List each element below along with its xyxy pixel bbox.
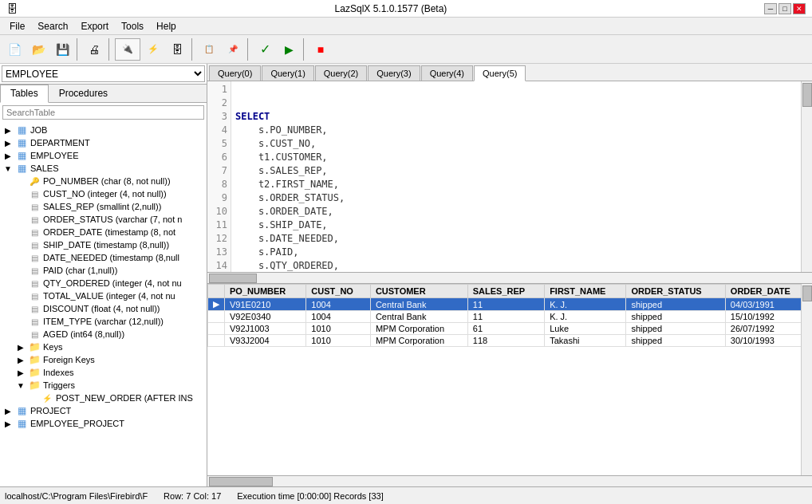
stop-button[interactable]: ■ [309, 38, 332, 61]
editor-vscrollbar[interactable] [801, 81, 812, 272]
run-button[interactable]: ▶ [278, 38, 300, 61]
cell-sales-rep: 118 [467, 335, 544, 347]
tab-procedures[interactable]: Procedures [49, 85, 118, 102]
expand-icon[interactable]: ▶ [2, 152, 14, 160]
tree-item-order-status[interactable]: ▤ ORDER_STATUS (varchar (7, not n [14, 213, 205, 226]
col-po-number[interactable]: PO_NUMBER [225, 285, 306, 298]
tree-item-date-needed[interactable]: ▤ DATE_NEEDED (timestamp (8,null [14, 251, 205, 264]
field-icon: ▤ [27, 329, 41, 340]
expand-icon[interactable]: ▶ [14, 368, 27, 377]
query-tab-2[interactable]: Query(2) [315, 65, 367, 81]
tree-item-foreign-keys[interactable]: ▶ 📁 Foreign Keys [14, 353, 205, 366]
query-tab-1[interactable]: Query(1) [262, 65, 313, 81]
table-row[interactable]: V92E0340 1004 Central Bank 11 K. J. ship… [208, 311, 812, 323]
menu-file[interactable]: File [3, 19, 31, 33]
field-icon: ▤ [27, 290, 41, 301]
menu-export[interactable]: Export [74, 19, 115, 33]
tree-item-ship-date[interactable]: ▤ SHIP_DATE (timestamp (8,null)) [14, 238, 205, 251]
expand-icon[interactable]: ▶ [2, 419, 14, 428]
tree-item-post-new-order[interactable]: ⚡ POST_NEW_ORDER (AFTER INS [27, 392, 205, 404]
table-row[interactable]: V92J1003 1010 MPM Corporation 61 Luke sh… [208, 323, 812, 335]
disconnect-button[interactable]: ⚡ [142, 38, 164, 61]
titlebar: 🗄 LazSqlX 5.1.0.1577 (Beta) ─ □ ✕ [0, 0, 812, 18]
print-button[interactable]: 🖨 [83, 38, 105, 61]
open-button[interactable]: 📂 [27, 38, 49, 61]
menu-help[interactable]: Help [150, 19, 183, 33]
sql-editor[interactable]: 12345678910111213141516171819202122 SELE… [207, 81, 812, 273]
tree-item-cust-no[interactable]: ▤ CUST_NO (integer (4, not null)) [14, 187, 205, 200]
expand-icon[interactable]: ▼ [2, 164, 14, 173]
tree-item-keys[interactable]: ▶ 📁 Keys [14, 341, 205, 353]
field-icon: ▤ [27, 188, 41, 199]
results-vscrollbar[interactable] [801, 284, 812, 475]
tree-item-employee-project[interactable]: ▶ ▦ EMPLOYEE_PROJECT [2, 417, 205, 430]
toolbar-sep3 [191, 38, 195, 61]
statusbar: localhost/C:\Program Files\Firebird\F Ro… [0, 486, 812, 504]
expand-icon[interactable]: ▶ [14, 356, 27, 364]
expand-icon[interactable]: ▼ [14, 381, 27, 390]
query-tab-0[interactable]: Query(0) [209, 65, 261, 81]
tree-label: DEPARTMENT [30, 138, 90, 148]
paste-button[interactable]: 📌 [222, 38, 244, 61]
table-row[interactable]: ▶ V91E0210 1004 Central Bank 11 K. J. sh… [208, 298, 812, 311]
maximize-button[interactable]: □ [778, 3, 791, 14]
col-sales-rep[interactable]: SALES_REP [467, 285, 544, 298]
query-tab-3[interactable]: Query(3) [368, 65, 420, 81]
new-button[interactable]: 📄 [3, 38, 26, 61]
tree-item-project[interactable]: ▶ ▦ PROJECT [2, 404, 205, 417]
query-tabs: Query(0) Query(1) Query(2) Query(3) Quer… [207, 64, 812, 81]
tree-item-sales[interactable]: ▼ ▦ SALES [2, 162, 205, 175]
col-order-status[interactable]: ORDER_STATUS [626, 285, 725, 298]
cell-po-number: V91E0210 [225, 298, 306, 311]
tree-label: SALES [30, 163, 58, 173]
tree-label: ORDER_DATE (timestamp (8, not [43, 227, 175, 237]
results-hscrollbar[interactable] [207, 475, 812, 486]
search-table-input[interactable] [2, 105, 204, 120]
col-customer[interactable]: CUSTOMER [370, 285, 467, 298]
tree-item-item-type[interactable]: ▤ ITEM_TYPE (varchar (12,null)) [14, 315, 205, 328]
cell-sales-rep: 11 [467, 298, 544, 311]
col-cust-no[interactable]: CUST_NO [306, 285, 371, 298]
tab-tables[interactable]: Tables [0, 85, 49, 103]
col-order-date[interactable]: ORDER_DATE [725, 285, 811, 298]
tree-item-order-date[interactable]: ▤ ORDER_DATE (timestamp (8, not [14, 226, 205, 238]
connect-button[interactable]: 🔌 [115, 38, 140, 61]
table-row[interactable]: V93J2004 1010 MPM Corporation 118 Takash… [208, 335, 812, 347]
tree-item-aged[interactable]: ▤ AGED (int64 (8,null)) [14, 328, 205, 341]
key-icon: 🔑 [27, 175, 41, 187]
tree-item-discount[interactable]: ▤ DISCOUNT (float (4, not null)) [14, 302, 205, 315]
expand-icon[interactable]: ▶ [2, 407, 14, 415]
db-button[interactable]: 🗄 [166, 38, 188, 61]
tree-item-department[interactable]: ▶ ▦ DEPARTMENT [2, 136, 205, 149]
tree-item-employee[interactable]: ▶ ▦ EMPLOYEE [2, 149, 205, 162]
tree-item-qty-ordered[interactable]: ▤ QTY_ORDERED (integer (4, not nu [14, 277, 205, 289]
expand-icon[interactable]: ▶ [14, 343, 27, 352]
copy-button[interactable]: 📋 [198, 38, 220, 61]
results-panel: PO_NUMBER CUST_NO CUSTOMER SALES_REP FIR… [207, 284, 812, 475]
tree-item-job[interactable]: ▶ ▦ JOB [2, 124, 205, 136]
table-icon: ▦ [14, 163, 29, 174]
row-arrow: ▶ [208, 298, 225, 311]
tree-item-paid[interactable]: ▤ PAID (char (1,null)) [14, 264, 205, 277]
expand-icon[interactable]: ▶ [2, 126, 14, 135]
query-tab-5[interactable]: Query(5) [474, 65, 526, 81]
toolbar-sep5 [303, 38, 306, 61]
editor-hscrollbar[interactable] [207, 273, 812, 284]
query-tab-4[interactable]: Query(4) [421, 65, 473, 81]
tree-item-triggers[interactable]: ▼ 📁 Triggers [14, 379, 205, 392]
menu-tools[interactable]: Tools [115, 19, 150, 33]
save-button[interactable]: 💾 [51, 38, 73, 61]
minimize-button[interactable]: ─ [764, 3, 777, 14]
tree-item-po-number[interactable]: 🔑 PO_NUMBER (char (8, not null)) [14, 175, 205, 187]
tree-item-indexes[interactable]: ▶ 📁 Indexes [14, 366, 205, 379]
check-button[interactable]: ✓ [254, 38, 276, 61]
col-first-name[interactable]: FIRST_NAME [545, 285, 626, 298]
database-select[interactable]: EMPLOYEE [2, 65, 205, 82]
tree-item-total-value[interactable]: ▤ TOTAL_VALUE (integer (4, not nu [14, 289, 205, 302]
cell-order-status: shipped [626, 298, 725, 311]
sql-code[interactable]: SELECT s.PO_NUMBER, s.CUST_NO, t1.CUSTOM… [232, 81, 801, 272]
close-button[interactable]: ✕ [793, 3, 806, 14]
expand-icon[interactable]: ▶ [2, 139, 14, 148]
menu-search[interactable]: Search [31, 19, 74, 33]
tree-item-sales-rep[interactable]: ▤ SALES_REP (smallint (2,null)) [14, 200, 205, 213]
